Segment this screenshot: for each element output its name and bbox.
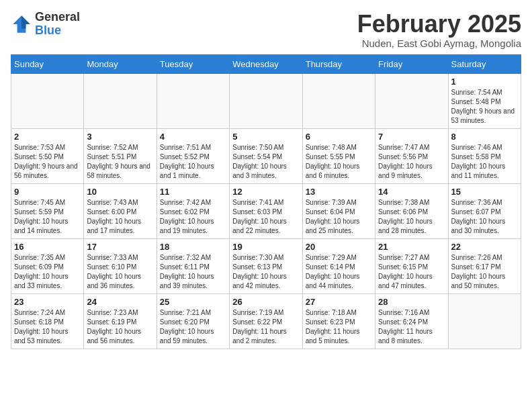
calendar-cell <box>375 73 448 128</box>
calendar-cell: 20Sunrise: 7:29 AM Sunset: 6:14 PM Dayli… <box>302 238 375 293</box>
day-info: Sunrise: 7:39 AM Sunset: 6:04 PM Dayligh… <box>306 198 372 236</box>
calendar-cell: 12Sunrise: 7:41 AM Sunset: 6:03 PM Dayli… <box>230 183 302 238</box>
day-number: 24 <box>87 297 153 307</box>
day-info: Sunrise: 7:29 AM Sunset: 6:14 PM Dayligh… <box>306 253 372 291</box>
day-info: Sunrise: 7:30 AM Sunset: 6:13 PM Dayligh… <box>232 253 299 291</box>
day-info: Sunrise: 7:50 AM Sunset: 5:54 PM Dayligh… <box>232 143 299 181</box>
calendar-cell: 10Sunrise: 7:43 AM Sunset: 6:00 PM Dayli… <box>84 183 157 238</box>
day-info: Sunrise: 7:19 AM Sunset: 6:22 PM Dayligh… <box>232 308 299 346</box>
calendar-week-row: 2Sunrise: 7:53 AM Sunset: 5:50 PM Daylig… <box>11 128 521 183</box>
day-info: Sunrise: 7:36 AM Sunset: 6:07 PM Dayligh… <box>451 198 518 236</box>
day-number: 9 <box>14 187 81 197</box>
calendar-cell <box>84 73 157 128</box>
svg-marker-1 <box>21 15 30 28</box>
day-info: Sunrise: 7:43 AM Sunset: 6:00 PM Dayligh… <box>87 198 153 236</box>
calendar-cell: 3Sunrise: 7:52 AM Sunset: 5:51 PM Daylig… <box>84 128 157 183</box>
day-info: Sunrise: 7:35 AM Sunset: 6:09 PM Dayligh… <box>14 253 81 291</box>
calendar-cell: 27Sunrise: 7:18 AM Sunset: 6:23 PM Dayli… <box>302 293 375 349</box>
logo-icon <box>11 13 32 35</box>
day-info: Sunrise: 7:33 AM Sunset: 6:10 PM Dayligh… <box>87 253 153 291</box>
logo-general-text: General <box>35 11 80 24</box>
day-info: Sunrise: 7:52 AM Sunset: 5:51 PM Dayligh… <box>87 143 153 181</box>
calendar-cell: 24Sunrise: 7:23 AM Sunset: 6:19 PM Dayli… <box>84 293 157 349</box>
day-number: 17 <box>87 242 153 252</box>
calendar-table: SundayMondayTuesdayWednesdayThursdayFrid… <box>11 54 521 349</box>
calendar-cell: 1Sunrise: 7:54 AM Sunset: 5:48 PM Daylig… <box>448 73 521 128</box>
calendar-cell <box>302 73 375 128</box>
calendar-cell: 22Sunrise: 7:26 AM Sunset: 6:17 PM Dayli… <box>448 238 521 293</box>
calendar-cell: 28Sunrise: 7:16 AM Sunset: 6:24 PM Dayli… <box>375 293 448 349</box>
calendar-header-sunday: Sunday <box>11 54 84 73</box>
day-number: 25 <box>160 297 226 307</box>
calendar-header-tuesday: Tuesday <box>157 54 229 73</box>
calendar-cell: 11Sunrise: 7:42 AM Sunset: 6:02 PM Dayli… <box>157 183 229 238</box>
day-info: Sunrise: 7:38 AM Sunset: 6:06 PM Dayligh… <box>378 198 445 236</box>
calendar-cell: 18Sunrise: 7:32 AM Sunset: 6:11 PM Dayli… <box>157 238 229 293</box>
day-number: 10 <box>87 187 153 197</box>
day-number: 14 <box>378 187 445 197</box>
day-number: 13 <box>306 187 372 197</box>
calendar-cell: 21Sunrise: 7:27 AM Sunset: 6:15 PM Dayli… <box>375 238 448 293</box>
calendar-header-wednesday: Wednesday <box>230 54 302 73</box>
calendar-cell: 16Sunrise: 7:35 AM Sunset: 6:09 PM Dayli… <box>11 238 84 293</box>
day-number: 28 <box>378 297 445 307</box>
calendar-week-row: 1Sunrise: 7:54 AM Sunset: 5:48 PM Daylig… <box>11 73 521 128</box>
day-info: Sunrise: 7:23 AM Sunset: 6:19 PM Dayligh… <box>87 308 153 346</box>
day-number: 8 <box>451 132 518 142</box>
day-number: 6 <box>306 132 372 142</box>
day-number: 19 <box>232 242 299 252</box>
day-info: Sunrise: 7:26 AM Sunset: 6:17 PM Dayligh… <box>451 253 518 291</box>
day-info: Sunrise: 7:18 AM Sunset: 6:23 PM Dayligh… <box>306 308 372 346</box>
calendar-cell <box>11 73 84 128</box>
calendar-week-row: 23Sunrise: 7:24 AM Sunset: 6:18 PM Dayli… <box>11 293 521 349</box>
calendar-week-row: 16Sunrise: 7:35 AM Sunset: 6:09 PM Dayli… <box>11 238 521 293</box>
calendar-cell: 15Sunrise: 7:36 AM Sunset: 6:07 PM Dayli… <box>448 183 521 238</box>
day-info: Sunrise: 7:47 AM Sunset: 5:56 PM Dayligh… <box>378 143 445 181</box>
calendar-cell: 4Sunrise: 7:51 AM Sunset: 5:52 PM Daylig… <box>157 128 229 183</box>
calendar-cell: 6Sunrise: 7:48 AM Sunset: 5:55 PM Daylig… <box>302 128 375 183</box>
day-info: Sunrise: 7:21 AM Sunset: 6:20 PM Dayligh… <box>160 308 226 346</box>
day-number: 11 <box>160 187 226 197</box>
calendar-cell: 9Sunrise: 7:45 AM Sunset: 5:59 PM Daylig… <box>11 183 84 238</box>
day-info: Sunrise: 7:54 AM Sunset: 5:48 PM Dayligh… <box>451 88 518 126</box>
calendar-header-saturday: Saturday <box>448 54 521 73</box>
day-number: 15 <box>451 187 518 197</box>
day-info: Sunrise: 7:42 AM Sunset: 6:02 PM Dayligh… <box>160 198 226 236</box>
calendar-cell: 14Sunrise: 7:38 AM Sunset: 6:06 PM Dayli… <box>375 183 448 238</box>
logo: General Blue <box>11 11 80 38</box>
day-number: 2 <box>14 132 81 142</box>
day-number: 27 <box>306 297 372 307</box>
day-number: 1 <box>451 77 518 87</box>
day-info: Sunrise: 7:27 AM Sunset: 6:15 PM Dayligh… <box>378 253 445 291</box>
day-number: 3 <box>87 132 153 142</box>
calendar-week-row: 9Sunrise: 7:45 AM Sunset: 5:59 PM Daylig… <box>11 183 521 238</box>
day-info: Sunrise: 7:46 AM Sunset: 5:58 PM Dayligh… <box>451 143 518 181</box>
location-subtitle: Nuden, East Gobi Aymag, Mongolia <box>357 38 521 49</box>
day-number: 7 <box>378 132 445 142</box>
calendar-cell: 25Sunrise: 7:21 AM Sunset: 6:20 PM Dayli… <box>157 293 229 349</box>
logo-blue-text: Blue <box>35 24 80 38</box>
day-info: Sunrise: 7:24 AM Sunset: 6:18 PM Dayligh… <box>14 308 81 346</box>
logo-text: General Blue <box>35 11 80 38</box>
day-number: 22 <box>451 242 518 252</box>
calendar-cell: 7Sunrise: 7:47 AM Sunset: 5:56 PM Daylig… <box>375 128 448 183</box>
day-info: Sunrise: 7:16 AM Sunset: 6:24 PM Dayligh… <box>378 308 445 346</box>
calendar-cell <box>448 293 521 349</box>
day-number: 21 <box>378 242 445 252</box>
month-title: February 2025 <box>357 11 521 38</box>
calendar-cell <box>157 73 229 128</box>
calendar-header-monday: Monday <box>84 54 157 73</box>
calendar-cell: 2Sunrise: 7:53 AM Sunset: 5:50 PM Daylig… <box>11 128 84 183</box>
calendar-cell: 5Sunrise: 7:50 AM Sunset: 5:54 PM Daylig… <box>230 128 302 183</box>
calendar-cell: 19Sunrise: 7:30 AM Sunset: 6:13 PM Dayli… <box>230 238 302 293</box>
day-number: 16 <box>14 242 81 252</box>
calendar-cell: 8Sunrise: 7:46 AM Sunset: 5:58 PM Daylig… <box>448 128 521 183</box>
day-number: 4 <box>160 132 226 142</box>
day-number: 26 <box>232 297 299 307</box>
day-number: 20 <box>306 242 372 252</box>
day-number: 18 <box>160 242 226 252</box>
title-block: February 2025 Nuden, East Gobi Aymag, Mo… <box>357 11 521 49</box>
calendar-cell: 13Sunrise: 7:39 AM Sunset: 6:04 PM Dayli… <box>302 183 375 238</box>
day-info: Sunrise: 7:41 AM Sunset: 6:03 PM Dayligh… <box>232 198 299 236</box>
day-number: 5 <box>232 132 299 142</box>
